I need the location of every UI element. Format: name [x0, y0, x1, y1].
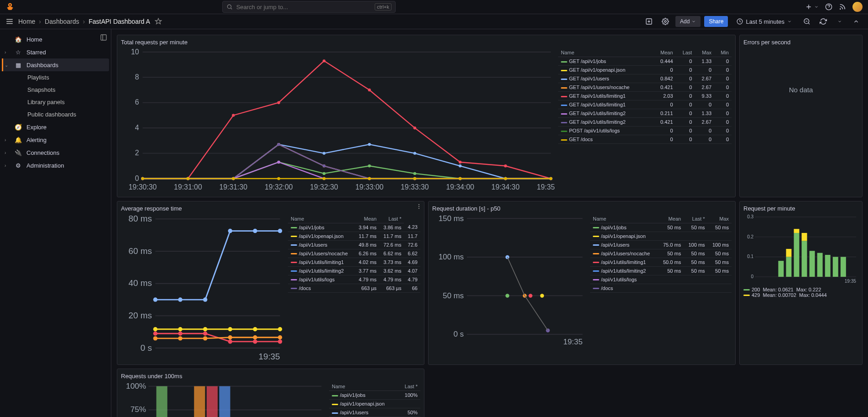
svg-point-136 — [253, 335, 257, 339]
svg-point-121 — [178, 327, 182, 331]
chevron-right-icon[interactable]: › — [5, 50, 6, 55]
svg-text:19:35: 19:35 — [258, 351, 280, 361]
breadcrumb: Home › Dashboards › FastAPI Dashboard A — [18, 18, 150, 25]
svg-text:0.2: 0.2 — [747, 234, 753, 239]
nav-snapshots[interactable]: Snapshots — [2, 84, 109, 96]
nav-connections[interactable]: ›🔌Connections — [2, 146, 109, 159]
svg-text:100%: 100% — [126, 382, 146, 391]
refresh-interval-chevron[interactable] — [833, 16, 846, 27]
menu-toggle-icon[interactable] — [5, 17, 14, 26]
nav-alerting[interactable]: ›🔔Alerting — [2, 133, 109, 146]
svg-text:19:34:30: 19:34:30 — [492, 183, 520, 191]
breadcrumb-home[interactable]: Home — [18, 18, 35, 25]
panel-menu-icon[interactable] — [416, 203, 422, 210]
svg-point-114 — [153, 297, 157, 301]
svg-rect-188 — [194, 386, 205, 417]
svg-text:19:32:30: 19:32:30 — [310, 183, 338, 191]
chevron-down-icon[interactable] — [814, 3, 819, 11]
home-icon: 🏠 — [15, 36, 22, 43]
nav-explore[interactable]: 🧭Explore — [2, 121, 109, 133]
star-icon: ☆ — [15, 48, 22, 56]
svg-point-137 — [278, 335, 282, 339]
help-icon[interactable] — [825, 3, 832, 11]
news-icon[interactable] — [839, 3, 846, 11]
svg-text:19:30:30: 19:30:30 — [129, 183, 157, 191]
search-shortcut: ctrl+k — [375, 3, 392, 11]
p50-chart[interactable]: 150 ms100 ms50 ms0 s19:35 — [432, 215, 586, 346]
svg-text:19:33:30: 19:33:30 — [401, 183, 429, 191]
panel-total-requests[interactable]: Total requests per minute 108642019:30:3… — [117, 35, 736, 197]
search-input[interactable] — [236, 4, 371, 11]
share-button[interactable]: Share — [704, 16, 728, 27]
svg-point-101 — [418, 206, 419, 206]
svg-text:0.1: 0.1 — [747, 254, 753, 259]
panel-title: Total requests per minute — [121, 39, 732, 46]
under100-legend: NameLast */api/v1/jobs100%/api/v1/openap… — [329, 382, 420, 417]
nav-administration[interactable]: ›⚙Administration — [2, 159, 109, 172]
chevron-right-icon[interactable]: › — [5, 163, 6, 168]
panel-title: Request duration [s] - p50 — [432, 205, 732, 212]
settings-icon[interactable] — [659, 16, 672, 27]
chevron-down-icon[interactable]: ⌄ — [5, 63, 8, 68]
nav-label: Explore — [26, 124, 47, 131]
nav-playlists[interactable]: Playlists — [2, 71, 109, 84]
nav-home[interactable]: 🏠Home — [2, 33, 109, 46]
svg-point-38 — [504, 164, 507, 167]
svg-text:0: 0 — [135, 174, 139, 182]
plug-icon: 🔌 — [15, 149, 22, 156]
add-button[interactable]: Add — [675, 16, 701, 27]
nav-label: Starred — [26, 49, 46, 56]
nav-library-panels[interactable]: Library panels — [2, 96, 109, 108]
time-range-label: Last 5 minutes — [746, 18, 784, 25]
bell-icon: 🔔 — [15, 136, 22, 143]
svg-text:0 s: 0 s — [141, 343, 152, 352]
svg-point-90 — [141, 177, 144, 180]
collapse-icon[interactable] — [850, 16, 863, 27]
panel-p50[interactable]: Request duration [s] - p50 150 ms100 ms5… — [428, 201, 736, 365]
nav-public-dashboards[interactable]: Public dashboards — [2, 108, 109, 121]
star-icon[interactable] — [155, 18, 162, 25]
grafana-logo — [5, 2, 15, 11]
svg-point-133 — [178, 336, 182, 340]
nav-dashboards[interactable]: ⌄▦Dashboards — [2, 58, 109, 71]
avg-response-legend: NameMeanLast */api/v1/jobs3.94 ms3.86 ms… — [288, 215, 420, 361]
total-requests-chart[interactable]: 108642019:30:3019:31:0019:31:3019:32:001… — [121, 48, 554, 193]
svg-text:6: 6 — [135, 98, 139, 106]
nav-starred[interactable]: ›☆Starred — [2, 46, 109, 58]
plus-icon[interactable] — [805, 3, 812, 11]
svg-point-0 — [227, 5, 231, 8]
svg-point-147 — [506, 255, 509, 259]
panel-errors[interactable]: Errors per second No data — [739, 35, 863, 197]
breadcrumb-dashboards[interactable]: Dashboards — [45, 18, 79, 25]
avg-response-chart[interactable]: 80 ms60 ms40 ms20 ms0 s19:35 — [121, 215, 284, 361]
dashboard-main: Total requests per minute 108642019:30:3… — [111, 29, 868, 417]
panel-under100[interactable]: Requests under 100ms 100%75%50%25%0%19:3… — [117, 369, 424, 417]
svg-point-115 — [178, 297, 182, 301]
panel-avg-response[interactable]: Average response time 80 ms60 ms40 ms20 … — [117, 201, 424, 365]
time-range-picker[interactable]: Last 5 minutes — [732, 16, 797, 27]
add-panel-icon[interactable] — [643, 16, 655, 27]
under100-chart[interactable]: 100%75%50%25%0%19:35 — [121, 382, 325, 417]
svg-point-120 — [153, 327, 157, 331]
svg-rect-173 — [841, 257, 846, 277]
svg-text:0: 0 — [751, 274, 754, 279]
svg-point-46 — [413, 152, 416, 154]
zoom-out-icon[interactable] — [800, 16, 813, 27]
svg-point-127 — [178, 331, 182, 335]
panel-title: Requests under 100ms — [121, 373, 420, 380]
global-search[interactable]: ctrl+k — [222, 1, 396, 13]
svg-point-93 — [277, 177, 280, 180]
svg-rect-185 — [157, 386, 167, 417]
svg-point-91 — [187, 177, 189, 180]
breadcrumb-sep: › — [39, 18, 41, 25]
svg-text:2: 2 — [135, 149, 139, 157]
refresh-icon[interactable] — [817, 16, 830, 27]
panel-rpm[interactable]: Request per minute 0.30.20.1019:35 200 M… — [739, 201, 863, 365]
chevron-right-icon[interactable]: › — [5, 137, 6, 143]
user-avatar[interactable] — [852, 2, 863, 12]
svg-point-135 — [228, 335, 232, 339]
svg-point-54 — [323, 172, 325, 175]
svg-rect-162 — [778, 261, 784, 277]
chevron-right-icon[interactable]: › — [5, 150, 6, 155]
rpm-chart[interactable]: 0.30.20.1019:35 — [743, 215, 858, 284]
